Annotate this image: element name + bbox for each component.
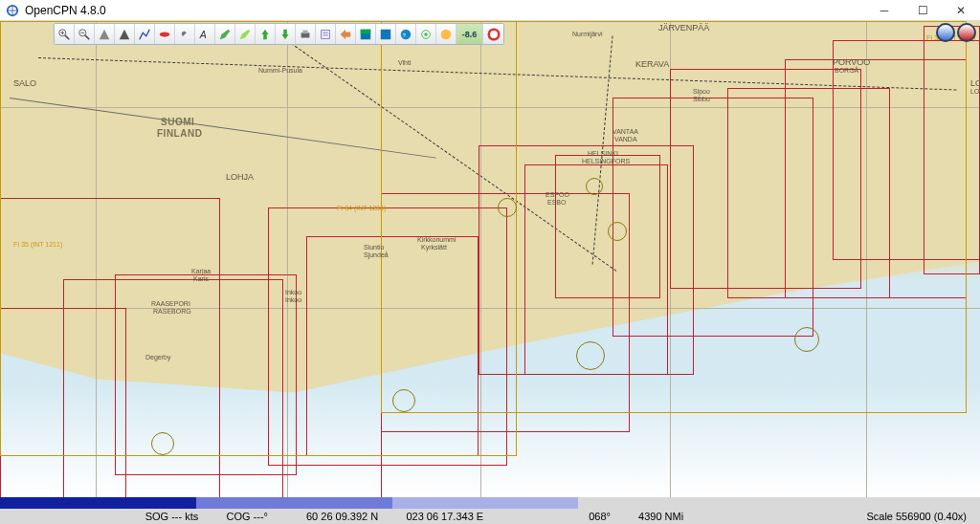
panel-icon[interactable]	[376, 24, 396, 44]
zoom-out-icon[interactable]	[75, 24, 95, 44]
chart-segment-1[interactable]	[0, 497, 196, 509]
svg-text:A: A	[199, 28, 207, 39]
svg-point-24	[441, 29, 452, 39]
waypoint-marker[interactable]	[151, 432, 174, 455]
chart-segment-2[interactable]	[196, 497, 392, 509]
svg-point-10	[160, 32, 170, 36]
lon-readout: 023 06 17.343 E	[396, 511, 493, 522]
gps-status-icon[interactable]	[936, 23, 955, 42]
select-icon[interactable]	[336, 24, 356, 44]
upload-icon[interactable]	[256, 24, 276, 44]
depth-readout: -8.6	[457, 24, 483, 44]
rng-readout: 4390 NMi	[629, 511, 693, 522]
chart-selector-bar[interactable]	[0, 497, 980, 509]
status-text-row: SOG --- kts COG ---° 60 26 09.392 N 023 …	[0, 509, 980, 524]
scale-chart-icon[interactable]	[95, 24, 115, 44]
chart-viewport[interactable]: SUOMI FINLAND SALO Nummi-Pusula Vihti LO…	[0, 21, 980, 497]
chart-outline[interactable]	[381, 21, 967, 413]
wrench-icon[interactable]	[175, 24, 195, 44]
color-icon[interactable]	[356, 24, 376, 44]
target-icon[interactable]	[416, 24, 436, 44]
svg-marker-8	[100, 29, 110, 39]
cog-readout: COG ---°	[216, 511, 278, 522]
zoom-in-icon[interactable]	[55, 24, 75, 44]
svg-rect-18	[361, 29, 371, 33]
statusbar: SOG --- kts COG ---° 60 26 09.392 N 023 …	[0, 497, 980, 524]
route-icon[interactable]	[115, 24, 135, 44]
window-controls: ─ ☐ ✕	[865, 0, 980, 21]
waypoint-marker[interactable]	[794, 327, 819, 352]
svg-line-6	[85, 34, 89, 38]
print-icon[interactable]	[296, 24, 316, 44]
text-icon[interactable]: A	[195, 24, 215, 44]
track-icon[interactable]	[135, 24, 155, 44]
notes-icon[interactable]	[316, 24, 336, 44]
svg-text:?: ?	[403, 31, 407, 37]
mode-indicator	[934, 23, 976, 42]
waypoint-marker[interactable]	[586, 178, 603, 195]
svg-marker-9	[120, 29, 130, 39]
scale-readout: Scale 556900 (0.40x)	[857, 511, 980, 522]
waypoint-marker[interactable]	[392, 389, 415, 412]
download-icon[interactable]	[276, 24, 296, 44]
lifebuoy-icon[interactable]	[483, 24, 503, 44]
tide-icon[interactable]	[436, 24, 457, 44]
brg-readout: 068°	[579, 511, 620, 522]
ship-icon[interactable]	[155, 24, 175, 44]
svg-point-23	[424, 33, 428, 36]
ais-status-icon[interactable]	[957, 23, 976, 42]
waypoint-marker[interactable]	[608, 222, 627, 241]
maximize-button[interactable]: ☐	[903, 0, 942, 21]
window-title: OpenCPN 4.8.0	[25, 4, 106, 17]
pencil-icon[interactable]	[215, 24, 235, 44]
ais-icon[interactable]: ?	[396, 24, 416, 44]
svg-line-2	[65, 34, 69, 38]
titlebar: OpenCPN 4.8.0 ─ ☐ ✕	[0, 0, 980, 21]
highlight-icon[interactable]	[235, 24, 256, 44]
svg-rect-13	[302, 30, 307, 33]
lat-readout: 60 26 09.392 N	[297, 511, 388, 522]
waypoint-marker[interactable]	[498, 198, 517, 217]
app-icon	[6, 4, 19, 17]
waypoint-marker[interactable]	[576, 341, 605, 370]
svg-point-25	[488, 29, 499, 39]
svg-rect-14	[322, 30, 330, 38]
chart-segment-3[interactable]	[392, 497, 579, 509]
sog-readout: SOG --- kts	[136, 511, 209, 522]
toolbar: A ? -8.6	[54, 23, 504, 45]
svg-rect-19	[381, 29, 391, 39]
close-button[interactable]: ✕	[942, 0, 980, 21]
depth-value: -8.6	[462, 30, 478, 39]
minimize-button[interactable]: ─	[865, 0, 903, 21]
